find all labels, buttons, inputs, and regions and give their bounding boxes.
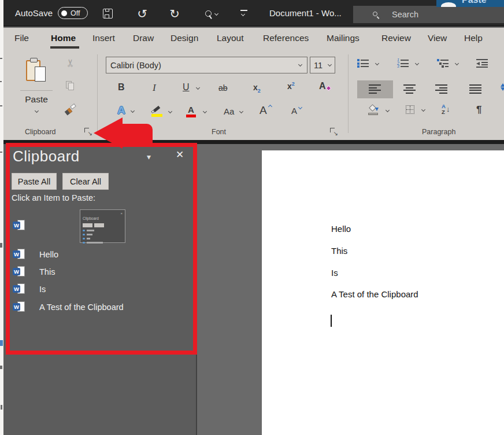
tab-view[interactable]: View — [428, 33, 447, 43]
redo-button[interactable]: ↻ — [166, 5, 183, 21]
tab-insert[interactable]: Insert — [92, 33, 115, 43]
active-tab-underline — [50, 46, 79, 49]
paste-overlay-label: Paste — [462, 0, 487, 5]
search-input[interactable]: Search — [353, 6, 504, 23]
ribbon: Paste ✂ Clipboard ↘ Calibri (Body) 11 — [3, 51, 504, 140]
align-center-button[interactable] — [403, 84, 416, 94]
numbering-button[interactable]: 1 2 3 — [397, 59, 418, 68]
underline-chevron-icon — [196, 85, 200, 89]
paste-label: Paste — [25, 94, 48, 105]
tab-mailings[interactable]: Mailings — [327, 33, 360, 43]
bullets-button[interactable] — [357, 59, 379, 68]
save-button[interactable] — [99, 5, 116, 21]
scissors-icon: ✂ — [65, 58, 76, 67]
font-group-label: Font — [212, 128, 226, 136]
line-spacing-down-icon — [501, 87, 504, 91]
undo-button[interactable]: ↺ — [134, 5, 150, 21]
text-effects-button[interactable]: A — [117, 104, 134, 117]
grow-font-button[interactable]: A — [260, 104, 267, 117]
title-bar: AutoSave Off ↺ ↻ Document1 - Wo... Searc — [3, 0, 504, 27]
tab-help[interactable]: Help — [464, 33, 483, 43]
font-dialog-launcher[interactable]: ↘ — [330, 128, 338, 135]
bold-button[interactable]: B — [118, 82, 125, 93]
autosave-label: AutoSave — [15, 8, 53, 18]
borders-button[interactable] — [406, 105, 425, 114]
tab-layout[interactable]: Layout — [217, 33, 244, 43]
decrease-indent-icon — [476, 59, 488, 68]
tab-draw[interactable]: Draw — [133, 33, 154, 43]
justify-button[interactable] — [469, 84, 481, 94]
borders-chevron-icon — [421, 108, 425, 112]
grow-font-chevron-icon — [268, 105, 272, 109]
superscript-button[interactable]: x2 — [287, 81, 295, 91]
copy-button[interactable] — [66, 81, 75, 91]
text-effects-icon: A — [117, 104, 125, 117]
line-spacing-up-icon — [501, 83, 504, 87]
align-left-icon — [369, 84, 381, 94]
document-canvas: Hello This Is A Test of the Clipboard — [197, 144, 504, 435]
autosave-toggle-knob — [61, 10, 67, 16]
change-case-chevron-icon — [239, 109, 243, 113]
italic-button[interactable]: I — [153, 82, 156, 94]
tab-file[interactable]: File — [14, 33, 29, 43]
align-left-button[interactable] — [369, 84, 381, 94]
pilcrow-icon: ¶ — [476, 104, 481, 116]
show-formatting-button[interactable]: ¶ — [476, 104, 481, 116]
document-line: Hello — [331, 224, 351, 234]
paste-clipboard-icon — [25, 58, 48, 84]
quick-access-overflow-button[interactable] — [236, 5, 252, 21]
paragraph-group-label: Paragraph — [422, 128, 455, 136]
document-page[interactable]: Hello This Is A Test of the Clipboard — [262, 150, 504, 435]
font-name-combobox[interactable]: Calibri (Body) — [106, 57, 307, 73]
annotation-arrow — [94, 117, 154, 149]
document-line: This — [331, 246, 347, 256]
justify-icon — [469, 84, 481, 94]
underline-button[interactable]: U — [183, 82, 199, 93]
multilevel-list-button[interactable] — [437, 59, 458, 68]
cut-button[interactable]: ✂ — [66, 58, 75, 68]
search-placeholder: Search — [392, 10, 418, 19]
text-cursor — [331, 315, 332, 327]
paste-chevron-icon — [34, 109, 38, 113]
document-line: A Test of the Clipboard — [331, 289, 418, 299]
save-icon — [103, 9, 113, 19]
autosave-toggle[interactable]: Off — [58, 7, 88, 19]
draw-touch-button[interactable] — [200, 5, 223, 21]
change-case-button[interactable]: Aa — [224, 106, 243, 116]
tab-review[interactable]: Review — [381, 33, 411, 43]
tab-references[interactable]: References — [263, 33, 309, 43]
text-highlight-button[interactable] — [151, 106, 172, 117]
font-color-button[interactable]: A — [186, 105, 206, 117]
line-spacing-button[interactable] — [501, 83, 504, 91]
decrease-indent-button[interactable] — [476, 59, 488, 68]
sort-button[interactable]: AZ ↓ — [442, 104, 450, 115]
shading-button[interactable] — [368, 105, 389, 115]
shading-chevron-icon — [386, 108, 390, 112]
strikethrough-button[interactable]: ab — [218, 83, 228, 93]
align-right-button[interactable] — [435, 84, 447, 94]
bullets-icon — [357, 59, 369, 68]
shrink-font-chevron-icon — [298, 105, 302, 109]
paste-button[interactable]: Paste — [18, 57, 54, 125]
clear-formatting-button[interactable]: A — [319, 81, 326, 91]
subscript-button[interactable]: x2 — [253, 83, 261, 94]
clipboard-dialog-launcher[interactable]: ↘ — [84, 128, 92, 135]
tab-design[interactable]: Design — [171, 33, 198, 43]
borders-icon — [406, 105, 414, 114]
font-color-chevron-icon — [203, 109, 207, 113]
font-color-icon: A — [186, 105, 196, 117]
font-size-combobox[interactable]: 11 — [310, 57, 335, 73]
draw-touch-icon — [205, 10, 212, 17]
redo-icon: ↻ — [169, 8, 180, 20]
font-size-value: 11 — [314, 61, 323, 70]
paste-overlay-icon — [441, 2, 456, 7]
font-name-value: Calibri (Body) — [110, 61, 161, 70]
sort-icon: AZ ↓ — [442, 104, 450, 115]
word-window: AutoSave Off ↺ ↻ Document1 - Wo... Searc — [0, 0, 504, 435]
font-size-chevron-icon — [328, 62, 332, 67]
format-painter-button[interactable] — [65, 104, 76, 116]
tab-home[interactable]: Home — [51, 33, 76, 43]
undo-icon: ↺ — [137, 8, 147, 20]
bullets-chevron-icon — [375, 61, 379, 65]
shrink-font-button[interactable]: A — [291, 106, 297, 116]
